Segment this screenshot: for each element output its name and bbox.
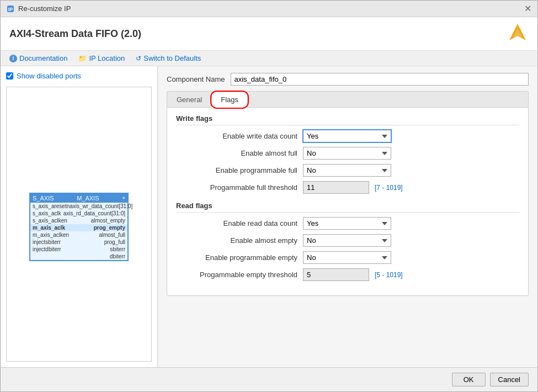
port-row: m_axis_aclken almost_full <box>30 231 127 239</box>
location-icon: 📁 <box>78 55 87 62</box>
field-label-almost-full: Enable almost full <box>176 149 297 157</box>
tab-general[interactable]: General <box>167 92 211 108</box>
show-disabled-ports-checkbox[interactable] <box>6 72 13 80</box>
close-button[interactable]: ✕ <box>523 4 532 13</box>
refresh-icon: ↺ <box>136 55 141 62</box>
prog-full-select[interactable]: No Yes <box>303 164 391 177</box>
field-row-almost-full: Enable almost full No Yes <box>176 147 519 160</box>
header-section: AXI4-Stream Data FIFO (2.0) <box>1 17 537 51</box>
write-flags-title: Write flags <box>176 114 519 125</box>
title-bar: IP Re-customize IP ✕ <box>1 1 537 17</box>
port-row: injectsbiterr prog_full <box>30 239 127 246</box>
window-title: Re-customize IP <box>18 4 71 13</box>
tab-content: Write flags Enable write data count Yes … <box>167 108 528 295</box>
ip-block: S_AXIS M_AXIS + s_axis_aresetn axis_wr_d… <box>29 193 129 261</box>
svg-text:IP: IP <box>8 7 13 12</box>
prog-empty-select[interactable]: No Yes <box>303 251 391 264</box>
field-row-prog-full: Enable programmable full No Yes <box>176 164 519 177</box>
toolbar: i Documentation 📁 IP Location ↺ Switch t… <box>1 51 537 66</box>
port-row: s_axis_aresetn axis_wr_data_count[31:0] <box>30 203 127 210</box>
app-icon: IP <box>6 4 15 13</box>
read-data-count-select[interactable]: Yes No <box>303 217 391 230</box>
field-row-almost-empty: Enable almost empty No Yes <box>176 234 519 247</box>
almost-full-select[interactable]: No Yes <box>303 147 391 160</box>
cancel-button[interactable]: Cancel <box>490 373 529 386</box>
port-row: s_axis_aclk axis_rd_data_count[31:0] <box>30 210 127 217</box>
component-name-label: Component Name <box>167 75 225 83</box>
write-flags-section: Write flags Enable write data count Yes … <box>176 114 519 194</box>
plus-icon: + <box>122 195 125 202</box>
field-label-prog-full-threshold: Progammable full threshold <box>176 183 297 192</box>
ip-location-button[interactable]: 📁 IP Location <box>78 54 125 62</box>
field-row-write-data-count: Enable write data count Yes No <box>176 130 519 142</box>
right-panel: Component Name General Flags <box>158 66 537 367</box>
vivado-logo-icon <box>507 23 529 45</box>
main-window: IP Re-customize IP ✕ AXI4-Stream Data FI… <box>0 0 538 392</box>
info-icon: i <box>9 55 17 62</box>
prog-full-threshold-input[interactable] <box>303 181 369 194</box>
ip-block-header: S_AXIS M_AXIS + <box>30 194 127 203</box>
field-label-prog-full: Enable programmable full <box>176 166 297 174</box>
tabs-container: General Flags Write flags Enable write d… <box>167 91 529 296</box>
field-row-prog-full-threshold: Progammable full threshold [7 - 1019] <box>176 181 519 194</box>
show-disabled-ports-label[interactable]: Show disabled ports <box>6 72 152 80</box>
field-label-write-data-count: Enable write data count <box>176 132 297 140</box>
field-row-prog-empty-threshold: Progammable empty threshold [5 - 1019] <box>176 268 519 281</box>
write-data-count-select[interactable]: Yes No <box>303 130 391 142</box>
main-content: Show disabled ports S_AXIS M_AXIS + s_ax… <box>1 66 537 367</box>
component-name-row: Component Name <box>167 73 529 86</box>
read-flags-title: Read flags <box>176 202 519 213</box>
title-bar-left: IP Re-customize IP <box>6 4 71 13</box>
field-row-read-data-count: Enable read data count Yes No <box>176 217 519 230</box>
port-row: injectdbiterr sbiterr <box>30 246 127 253</box>
prog-empty-threshold-range: [5 - 1019] <box>375 271 403 279</box>
left-panel: Show disabled ports S_AXIS M_AXIS + s_ax… <box>1 66 158 367</box>
field-label-read-data-count: Enable read data count <box>176 219 297 227</box>
app-title: AXI4-Stream Data FIFO (2.0) <box>9 28 141 40</box>
port-row: s_axis_aclken almost_empty <box>30 217 127 224</box>
prog-empty-threshold-input[interactable] <box>303 268 369 281</box>
field-label-prog-empty-threshold: Progammable empty threshold <box>176 271 297 279</box>
almost-empty-select[interactable]: No Yes <box>303 234 391 247</box>
m-axis-label: M_AXIS <box>77 195 99 202</box>
s-axis-label: S_AXIS <box>33 195 54 202</box>
switch-to-defaults-button[interactable]: ↺ Switch to Defaults <box>136 54 201 62</box>
tab-flags[interactable]: Flags <box>211 92 248 108</box>
field-label-prog-empty: Enable programmable empty <box>176 253 297 262</box>
tabs-header: General Flags <box>167 92 528 108</box>
port-row-active: m_axis_aclk prog_empty <box>30 224 127 231</box>
prog-full-threshold-range: [7 - 1019] <box>375 184 403 192</box>
block-diagram-area: S_AXIS M_AXIS + s_axis_aresetn axis_wr_d… <box>6 87 152 362</box>
field-row-prog-empty: Enable programmable empty No Yes <box>176 251 519 264</box>
block-container: S_AXIS M_AXIS + s_axis_aresetn axis_wr_d… <box>12 98 146 356</box>
field-label-almost-empty: Enable almost empty <box>176 236 297 245</box>
documentation-button[interactable]: i Documentation <box>9 54 67 62</box>
ok-button[interactable]: OK <box>452 373 486 386</box>
read-flags-section: Read flags Enable read data count Yes No… <box>176 202 519 281</box>
footer: OK Cancel <box>1 367 537 391</box>
port-row: dbiterr <box>30 253 127 260</box>
component-name-input[interactable] <box>231 73 529 86</box>
